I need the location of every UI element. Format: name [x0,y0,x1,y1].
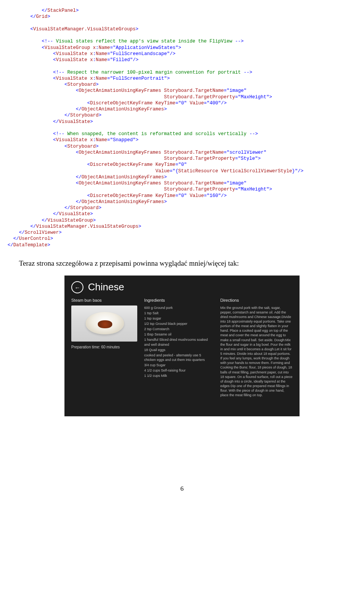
ingredient-item: cooked and peeled - alternately use 5 ch… [144,353,213,362]
ingredient-item: 1 1/2 cups Milk [144,373,213,378]
ingredient-item: 1/2 tsp Ground black pepper [144,321,213,326]
ingredient-item: 2 tsp Cornstarch [144,327,213,331]
page-number: 6 [8,485,356,493]
body-paragraph: Teraz strona szczegółowa z przepisami po… [19,259,356,268]
back-button[interactable]: ← [71,281,83,293]
ingredient-item: 1 tsp sugar [144,316,213,321]
recipe-image [71,306,137,342]
ingredient-item: 600 g Ground pork [144,306,213,310]
page-title: Chinese [88,281,124,294]
ingredients-heading: Ingredients [144,298,213,303]
ingredient-item: 1 handful Sliced dried mushrooms soaked … [144,337,213,346]
ingredient-item: 1 tsp Salt [144,311,213,315]
xaml-code-block: </StackPanel> </Grid> <VisualStateManage… [8,8,356,248]
ingredient-item: 3/4 cup Sugar [144,363,213,367]
back-arrow-icon: ← [75,284,80,291]
ingredient-item: 18 Quail eggs [144,348,213,352]
prep-time: Preparation time: 60 minutes [71,345,137,350]
ingredient-item: 1 tbsp Sesame oil [144,332,213,337]
app-screenshot: ← Chinese Steam bun baos Preparation tim… [64,276,300,416]
ingredient-item: 4 1/2 cups Self-raising flour [144,368,213,373]
recipe-name-heading: Steam bun baos [71,298,137,303]
ingredients-list: 600 g Ground pork1 tsp Salt1 tsp sugar1/… [144,306,213,378]
directions-heading: Directions [220,298,293,303]
directions-text: Mix the ground pork with the salt, sugar… [220,306,293,398]
